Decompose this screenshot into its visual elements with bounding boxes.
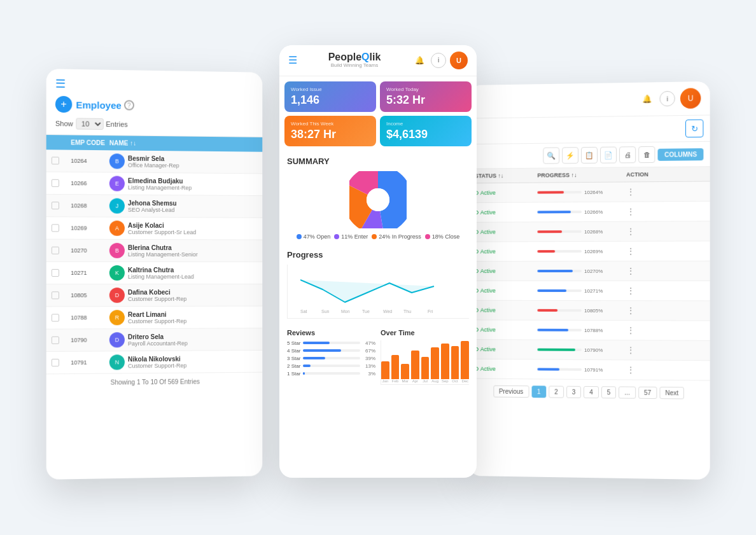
copy-button[interactable]: 📋 xyxy=(581,146,598,163)
page-5-button[interactable]: 5 xyxy=(601,386,617,398)
row-checkbox[interactable] xyxy=(52,268,59,276)
row-checkbox[interactable] xyxy=(52,359,59,366)
table-row[interactable]: Active 10788% ⋮ xyxy=(468,320,710,341)
action-menu[interactable]: ⋮ xyxy=(626,246,664,256)
table-row[interactable]: Active 10266% ⋮ xyxy=(468,201,710,222)
name-col-header: NAME ↑↓ xyxy=(109,139,258,148)
table-row[interactable]: Active 10790% ⋮ xyxy=(468,340,710,361)
pct-label: 67% xyxy=(363,348,375,354)
help-icon[interactable]: ? xyxy=(124,100,134,110)
table-row[interactable]: 10271 K Kaltrina Chutra Listing Manageme… xyxy=(46,261,263,284)
row-checkbox[interactable] xyxy=(52,224,59,232)
bar-item: Jan xyxy=(381,361,389,383)
bar-fill xyxy=(303,372,305,375)
print-button[interactable]: 🖨 xyxy=(619,146,636,163)
action-menu[interactable]: ⋮ xyxy=(626,226,664,236)
page-1-button[interactable]: 1 xyxy=(531,386,546,398)
info-icon[interactable]: i xyxy=(660,90,675,106)
row-checkbox[interactable] xyxy=(52,291,59,299)
svg-text:Wed: Wed xyxy=(383,309,392,314)
add-employee-button[interactable]: + xyxy=(55,95,72,113)
table-row[interactable]: 10791 N Nikola Nikolovski Customer Suppo… xyxy=(46,350,263,373)
review-row-2star: 2 Star 13% xyxy=(287,363,375,369)
overtime-section: Over Time Jan Feb Mar xyxy=(381,329,469,385)
table-row[interactable]: Active 10270% ⋮ xyxy=(468,261,710,281)
page-4-button[interactable]: 4 xyxy=(584,386,599,398)
row-checkbox[interactable] xyxy=(52,156,59,164)
hamburger-icon[interactable]: ☰ xyxy=(288,54,297,66)
table-row[interactable]: Active 10805% ⋮ xyxy=(468,300,710,321)
checkbox-col xyxy=(52,139,71,146)
table-row[interactable]: Active 10791% ⋮ xyxy=(468,359,710,380)
status-badge: Active xyxy=(475,365,538,372)
table-row[interactable]: Active 10268% ⋮ xyxy=(468,221,710,242)
avatar: J xyxy=(109,198,125,213)
action-menu[interactable]: ⋮ xyxy=(626,186,664,197)
bar-label: Oct xyxy=(452,379,458,383)
status-badge: Active xyxy=(475,346,538,352)
row-checkbox[interactable] xyxy=(52,202,59,209)
row-checkbox[interactable] xyxy=(52,246,59,254)
progress-label: 10269% xyxy=(584,248,603,254)
user-avatar[interactable]: U xyxy=(680,88,701,109)
table-row[interactable]: 10269 A Asije Kolaci Customer Support-Sr… xyxy=(46,217,263,240)
info-icon[interactable]: i xyxy=(431,53,446,68)
table-row[interactable]: 10788 R Reart Limani Customer Support-Re… xyxy=(46,306,263,329)
stat-label: Worked Today xyxy=(386,87,465,92)
line-chart-svg: Sat Sun Mon Tue Wed Thu Fri 40% 30% 20% … xyxy=(300,267,459,315)
right-header: 🔔 i U xyxy=(468,81,710,118)
bar-item: Dec xyxy=(461,341,469,383)
action-menu[interactable]: ⋮ xyxy=(626,345,664,355)
next-page-button[interactable]: Next xyxy=(659,386,684,398)
status-col-header: STATUS ↑↓ xyxy=(475,172,538,179)
page-57-button[interactable]: 57 xyxy=(638,386,657,398)
row-checkbox[interactable] xyxy=(52,179,59,186)
action-menu[interactable]: ⋮ xyxy=(626,325,664,335)
emp-role: Listing Management-Lead xyxy=(128,273,194,279)
row-checkbox[interactable] xyxy=(52,336,59,344)
svg-text:Sat: Sat xyxy=(300,309,307,314)
action-menu[interactable]: ⋮ xyxy=(626,286,664,296)
page-3-button[interactable]: 3 xyxy=(566,386,581,398)
bar-chart: Jan Feb Mar Apr xyxy=(381,340,469,385)
prev-page-button[interactable]: Previous xyxy=(493,385,529,397)
action-menu[interactable]: ⋮ xyxy=(626,265,664,275)
entries-select[interactable]: 10 25 50 xyxy=(76,118,103,130)
emp-name: Besmir Sela xyxy=(128,155,179,162)
bar-label: Jul xyxy=(423,379,428,383)
delete-button[interactable]: 🗑 xyxy=(639,146,655,162)
page-2-button[interactable]: 2 xyxy=(549,386,563,398)
table-row[interactable]: 10805 D Dafina Kobeci Customer Support-R… xyxy=(46,284,263,307)
notifications-icon[interactable]: 🔔 xyxy=(412,53,427,68)
center-device: ☰ PeopleQlik Build Winning Teams 🔔 i U W… xyxy=(279,45,477,478)
user-avatar[interactable]: U xyxy=(450,52,468,69)
table-row[interactable]: 10266 E Elmedina Budjaku Listing Managem… xyxy=(46,172,263,196)
stat-value: 1,146 xyxy=(291,94,370,107)
table-row[interactable]: 10790 D Dritero Sela Payroll Accountant-… xyxy=(46,328,263,352)
action-menu[interactable]: ⋮ xyxy=(626,305,664,316)
bar-label: Dec xyxy=(461,379,468,383)
emp-code: 10266 xyxy=(71,179,109,186)
action-menu[interactable]: ⋮ xyxy=(626,365,664,375)
stat-worked-week: Worked This Week 38:27 Hr xyxy=(284,116,376,146)
table-row[interactable]: Active 10264% ⋮ xyxy=(468,181,710,203)
progress-bar-bg xyxy=(537,230,582,233)
table-row[interactable]: 10264 B Besmir Sela Office Manager-Rep xyxy=(46,149,263,174)
search-button[interactable]: 🔍 xyxy=(543,147,560,163)
hamburger-icon[interactable]: ☰ xyxy=(55,76,254,94)
notifications-icon[interactable]: 🔔 xyxy=(639,91,654,106)
progress-label: 10270% xyxy=(584,268,603,274)
row-checkbox[interactable] xyxy=(52,314,59,321)
refresh-button[interactable]: ↻ xyxy=(685,119,703,137)
table-row[interactable]: Active 10269% ⋮ xyxy=(468,241,710,261)
emp-code: 10790 xyxy=(71,337,109,343)
filter-button[interactable]: ⚡ xyxy=(563,147,579,163)
columns-button[interactable]: COLUMNS xyxy=(658,148,704,160)
action-menu[interactable]: ⋮ xyxy=(626,206,664,216)
pct-label: 39% xyxy=(363,356,375,361)
table-row[interactable]: 10270 B Blerina Chutra Listing Managemen… xyxy=(46,239,263,262)
legend-dot xyxy=(372,234,377,239)
export-button[interactable]: 📄 xyxy=(600,146,617,163)
table-row[interactable]: Active 10271% ⋮ xyxy=(468,281,710,300)
table-row[interactable]: 10268 J Jehona Shemsu SEO Analyst-Lead xyxy=(46,194,263,218)
